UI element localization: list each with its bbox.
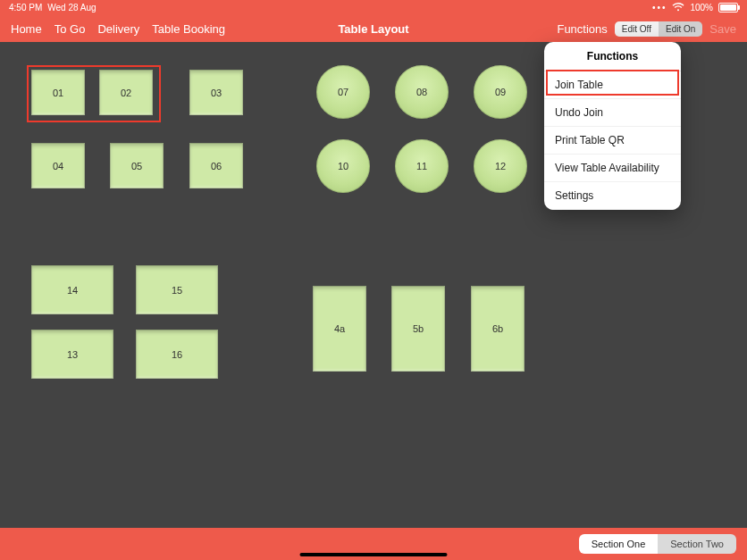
edit-mode-segment: Edit Off Edit On — [615, 21, 703, 37]
dropdown-title: Functions — [544, 42, 681, 71]
status-time: 4:50 PM — [9, 3, 42, 13]
section-one-button[interactable]: Section One — [579, 534, 659, 554]
save-button: Save — [709, 22, 736, 36]
table-09[interactable]: 09 — [474, 65, 527, 119]
ios-status-bar: 4:50 PM Wed 28 Aug ••• 100% — [0, 0, 747, 15]
table-05[interactable]: 05 — [110, 143, 164, 188]
table-13[interactable]: 13 — [31, 330, 113, 379]
table-6b[interactable]: 6b — [471, 286, 525, 372]
edit-off-button[interactable]: Edit Off — [615, 21, 659, 37]
table-14[interactable]: 14 — [31, 265, 113, 314]
section-segment: Section One Section Two — [579, 534, 736, 554]
table-06[interactable]: 06 — [189, 143, 243, 188]
battery-icon — [718, 3, 738, 13]
nav-delivery[interactable]: Delivery — [97, 22, 139, 36]
edit-on-button[interactable]: Edit On — [659, 21, 702, 37]
battery-percent: 100% — [690, 3, 713, 13]
table-15[interactable]: 15 — [136, 265, 218, 314]
dropdown-join-table[interactable]: Join Table — [544, 71, 681, 99]
table-03[interactable]: 03 — [189, 70, 243, 115]
status-menu-icon: ••• — [652, 3, 667, 13]
app-header: Home To Go Delivery Table Booking Table … — [0, 15, 747, 42]
table-16[interactable]: 16 — [136, 330, 218, 379]
status-date: Wed 28 Aug — [47, 3, 96, 13]
functions-dropdown: Functions Join Table Undo Join Print Tab… — [544, 42, 681, 210]
dropdown-undo-join[interactable]: Undo Join — [544, 99, 681, 127]
table-04[interactable]: 04 — [31, 143, 85, 188]
table-07[interactable]: 07 — [316, 65, 370, 119]
home-indicator — [300, 553, 448, 556]
table-12[interactable]: 12 — [474, 139, 527, 193]
dropdown-availability[interactable]: View Table Availability — [544, 155, 681, 182]
nav-togo[interactable]: To Go — [55, 22, 86, 36]
dropdown-print-qr[interactable]: Print Table QR — [544, 127, 681, 155]
bottom-bar: Section One Section Two — [0, 528, 747, 560]
nav-functions[interactable]: Functions — [557, 22, 607, 36]
table-01[interactable]: 01 — [31, 70, 85, 115]
table-11[interactable]: 11 — [395, 139, 449, 193]
floor-canvas[interactable]: 01 02 03 04 05 06 07 08 09 10 11 12 14 1… — [0, 42, 747, 528]
nav-table-booking[interactable]: Table Booking — [152, 22, 225, 36]
table-10[interactable]: 10 — [316, 139, 370, 193]
page-title: Table Layout — [338, 22, 408, 36]
table-4a[interactable]: 4a — [313, 286, 366, 372]
wifi-icon — [672, 3, 684, 13]
table-02[interactable]: 02 — [99, 70, 153, 115]
nav-home[interactable]: Home — [11, 22, 42, 36]
dropdown-settings[interactable]: Settings — [544, 182, 681, 210]
section-two-button[interactable]: Section Two — [658, 534, 736, 554]
table-08[interactable]: 08 — [395, 65, 449, 119]
table-5b[interactable]: 5b — [391, 286, 445, 372]
